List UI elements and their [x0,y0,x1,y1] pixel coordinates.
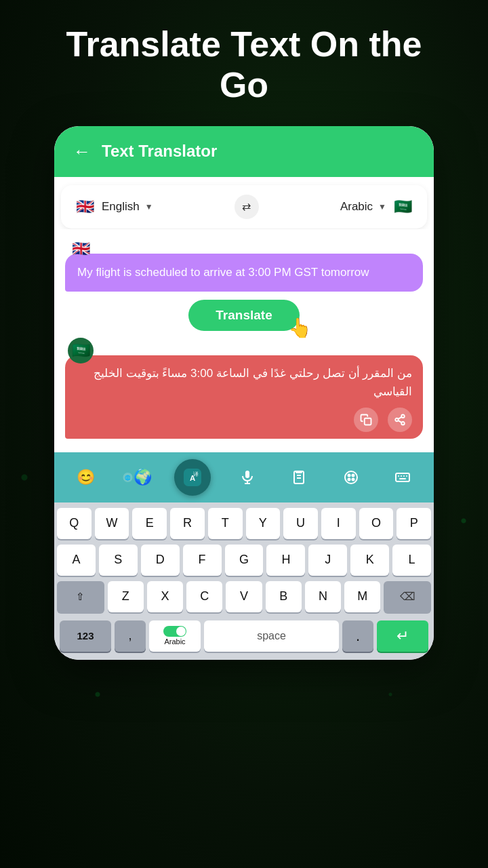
key-arabic-toggle[interactable]: Arabic [149,620,201,652]
key-e[interactable]: E [132,508,167,539]
key-k[interactable]: K [350,545,389,576]
keyboard-row-3: ⇧ Z X C V B N M ⌫ [57,581,431,612]
key-v[interactable]: V [226,581,262,612]
clipboard-button[interactable] [284,462,314,492]
svg-text:译: 译 [193,471,199,477]
key-i[interactable]: I [321,508,356,539]
translate-button-wrap: Translate 👆 [65,300,423,331]
key-h[interactable]: H [266,545,305,576]
translation-bubble: من المقرر أن تصل رحلتي غدًا في الساعة 3:… [65,355,423,439]
user-avatar: 🇬🇧 [68,236,94,262]
svg-point-21 [352,478,354,480]
swap-languages-button[interactable]: ⇄ [235,195,259,219]
share-button[interactable] [388,408,412,432]
arabic-toggle-switch [163,626,186,637]
translate-active-button[interactable]: A 译 [174,459,211,496]
back-button[interactable]: ← [73,141,91,162]
cursor-hand-icon: 👆 [288,317,312,339]
svg-rect-11 [245,471,249,478]
copy-button[interactable] [354,408,378,432]
target-chevron-icon: ▼ [378,202,386,212]
key-numbers[interactable]: 123 [60,620,111,652]
key-o[interactable]: O [359,508,394,539]
translation-message-container: 🇸🇦 من المقرر أن تصل رحلتي غدًا في الساعة… [65,338,423,439]
app-header: ← Text Translator [54,126,434,177]
key-j[interactable]: J [308,545,347,576]
key-b[interactable]: B [266,581,302,612]
key-m[interactable]: M [344,581,380,612]
svg-text:🌐: 🌐 [125,475,131,481]
key-space[interactable]: space [204,620,339,652]
svg-point-18 [348,474,350,476]
phone-card: ← Text Translator 🇬🇧 English ▼ ⇄ Arabic … [54,126,434,660]
translate-button[interactable]: Translate 👆 [188,300,299,331]
keyboard-button[interactable] [388,462,418,492]
target-language-name: Arabic [340,200,373,214]
svg-point-19 [352,474,354,476]
svg-point-20 [348,478,350,480]
language-selector-bar: 🇬🇧 English ▼ ⇄ Arabic ▼ 🇸🇦 [61,185,427,229]
source-language-name: English [102,200,140,214]
key-a[interactable]: A [57,545,96,576]
keyboard-row-bottom: 123 , Arabic space . ↵ [57,618,431,657]
key-backspace[interactable]: ⌫ [384,581,431,612]
key-c[interactable]: C [186,581,222,612]
user-message-bubble: My flight is scheduled to arrive at 3:00… [65,254,423,292]
key-p[interactable]: P [396,508,431,539]
key-g[interactable]: G [225,545,264,576]
keyboard-toolbar: 😊 🌐 🌍 A 译 [54,452,434,502]
key-z[interactable]: Z [108,581,144,612]
keyboard-row-1: Q W E R T Y U I O P [57,508,431,539]
svg-line-4 [398,417,401,419]
translate-mic-button[interactable]: 🌐 🌍 [122,462,152,492]
key-s[interactable]: S [99,545,138,576]
key-comma[interactable]: , [115,620,146,652]
uk-flag-icon: 🇬🇧 [73,195,96,218]
key-u[interactable]: U [283,508,318,539]
chat-area: 🇬🇧 My flight is scheduled to arrive at 3… [54,229,434,452]
source-language-selector[interactable]: 🇬🇧 English ▼ [73,195,153,218]
key-l[interactable]: L [392,545,431,576]
translated-text: من المقرر أن تصل رحلتي غدًا في الساعة 3:… [76,365,412,401]
title-line2: Go [220,65,268,104]
key-y[interactable]: Y [246,508,281,539]
palette-button[interactable] [336,462,366,492]
key-d[interactable]: D [141,545,180,576]
page-title: Translate Text On the Go [0,0,488,119]
mic-button[interactable] [232,462,262,492]
translation-avatar: 🇸🇦 [68,338,94,363]
arabic-toggle-knob [176,627,186,636]
key-f[interactable]: F [183,545,222,576]
key-r[interactable]: R [170,508,205,539]
svg-rect-22 [396,473,409,481]
svg-point-17 [345,471,357,484]
emoji-button[interactable]: 😊 [70,462,100,492]
svg-line-3 [398,420,401,422]
keyboard-section: Q W E R T Y U I O P A S D F G H J K L ⇧ … [54,502,434,660]
svg-rect-5 [365,418,371,425]
key-period[interactable]: . [342,620,373,652]
target-language-selector[interactable]: Arabic ▼ 🇸🇦 [340,195,415,218]
title-line1: Translate Text On the [66,24,422,64]
keyboard-row-2: A S D F G H J K L [57,545,431,576]
saudi-flag-icon: 🇸🇦 [392,195,415,218]
bubble-actions [76,408,412,432]
arabic-toggle-label: Arabic [164,637,185,646]
key-shift[interactable]: ⇧ [57,581,104,612]
source-chevron-icon: ▼ [145,202,153,212]
key-w[interactable]: W [95,508,129,539]
key-x[interactable]: X [147,581,183,612]
header-title: Text Translator [102,142,217,161]
key-t[interactable]: T [208,508,243,539]
user-message-container: 🇬🇧 My flight is scheduled to arrive at 3… [65,236,423,292]
key-enter[interactable]: ↵ [377,620,428,652]
key-q[interactable]: Q [57,508,92,539]
key-n[interactable]: N [305,581,341,612]
